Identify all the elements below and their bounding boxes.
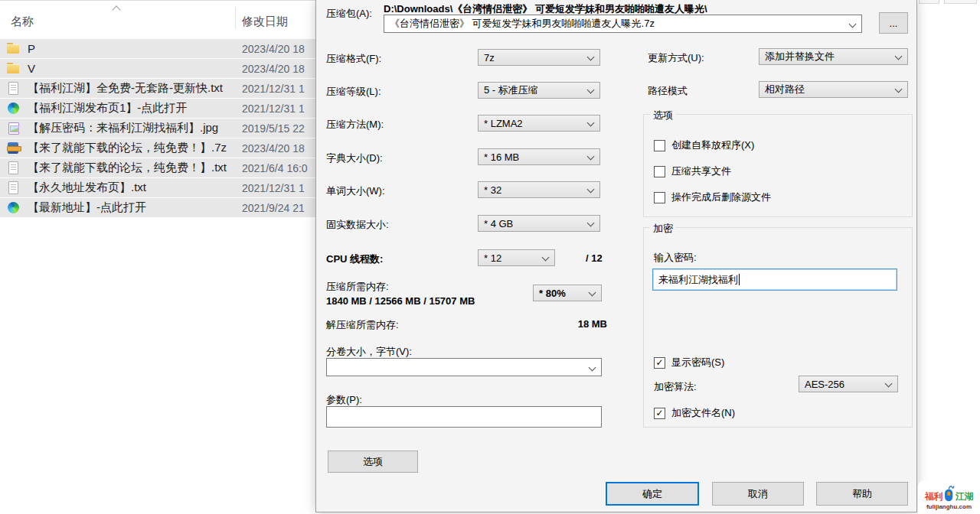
file-name: 【永久地址发布页】.txt — [28, 181, 146, 195]
edge-icon — [7, 102, 21, 115]
file-row[interactable]: 【永久地址发布页】.txt 2021/12/31 1 — [0, 178, 315, 197]
archive-name-value: 《台湾情侣泄密》 可爱短发学妹和男友啪啪啪遭友人曝光.7z — [390, 17, 655, 31]
file-row[interactable]: 【来了就能下载的论坛，纯免费！】.txt 2021/6/4 16:0 — [0, 158, 315, 177]
file-row[interactable]: P 2023/4/20 18 — [0, 39, 315, 58]
file-row[interactable]: V 2023/4/20 18 — [0, 59, 315, 78]
checkbox-checked[interactable]: ✓ — [654, 357, 665, 369]
threads-dropdown[interactable]: * 12 — [478, 249, 555, 266]
password-input[interactable]: 来福利江湖找福利 — [652, 268, 897, 291]
file-row[interactable]: 【来了就能下载的论坛，纯免费！】.7z 2023/4/20 18 — [0, 138, 315, 158]
encryption-method-label: 加密算法: — [654, 380, 697, 394]
update-mode-label: 更新方式(U): — [648, 51, 704, 65]
chevron-down-icon — [587, 119, 595, 127]
mouse-icon — [943, 483, 955, 503]
file-name: 【福利江湖】全免费-无套路-更新快.txt — [28, 81, 223, 96]
show-password-checkbox-label: 显示密码(S) — [671, 356, 724, 369]
memory-compress-detail: 1840 MB / 12566 MB / 15707 MB — [326, 295, 475, 307]
checkbox-checked[interactable]: ✓ — [654, 408, 665, 419]
chevron-down-icon — [587, 86, 595, 94]
archive-label: 压缩包(A): — [326, 7, 372, 21]
file-row[interactable]: 【解压密码：来福利江湖找福利】.jpg 2019/5/15 22 — [0, 119, 315, 138]
chevron-down-icon — [587, 54, 595, 61]
file-row[interactable]: 【福利江湖】全免费-无套路-更新快.txt 2021/12/31 1 — [0, 79, 315, 98]
format-dropdown[interactable]: 7z — [478, 49, 600, 66]
checkbox-unchecked[interactable] — [654, 140, 665, 151]
file-date: 2021/9/24 21 — [242, 202, 305, 214]
sort-ascending-icon — [112, 5, 120, 14]
sfx-checkbox-row[interactable]: 创建自释放程序(X) — [654, 138, 754, 152]
show-password-checkbox-row[interactable]: ✓ 显示密码(S) — [654, 356, 724, 369]
file-name: 【福利江湖发布页1】-点此打开 — [28, 101, 187, 115]
cancel-button[interactable]: 取消 — [712, 482, 804, 506]
file-name: P — [28, 42, 35, 55]
column-divider[interactable] — [235, 7, 236, 28]
encrypt-filenames-checkbox-label: 加密文件名(N) — [671, 406, 735, 420]
memory-decompress-label: 解压缩所需内存: — [326, 318, 399, 332]
delete-after-checkbox-label: 操作完成后删除源文件 — [671, 190, 771, 204]
sfx-checkbox-label: 创建自释放程序(X) — [671, 138, 754, 152]
file-date: 2021/6/4 16:0 — [242, 162, 308, 174]
word-size-label: 单词大小(W): — [326, 184, 385, 198]
ok-button[interactable]: 确定 — [606, 482, 699, 506]
file-date: 2021/12/31 1 — [242, 182, 305, 194]
threads-label: CPU 线程数: — [326, 252, 383, 266]
archive-name-combobox[interactable]: 《台湾情侣泄密》 可爱短发学妹和男友啪啪啪遭友人曝光.7z — [384, 15, 862, 33]
window-fragment — [944, 0, 977, 4]
checkbox-unchecked[interactable] — [654, 192, 665, 203]
update-mode-dropdown[interactable]: 添加并替换文件 — [759, 48, 908, 65]
memory-percent-dropdown[interactable]: * 80% — [533, 285, 602, 301]
path-mode-dropdown[interactable]: 相对路径 — [759, 81, 908, 98]
file-row[interactable]: 【最新地址】-点此打开 2021/9/24 21 — [0, 198, 315, 217]
solid-size-label: 固实数据大小: — [326, 218, 389, 232]
column-header-name[interactable]: 名称 — [11, 15, 34, 29]
file-date: 2019/5/15 22 — [242, 122, 305, 135]
memory-decompress-value: 18 MB — [577, 318, 607, 330]
file-explorer-window: 名称 修改日期 P 2023/4/20 18 V 2023/4/20 18 【福… — [0, 0, 315, 514]
solid-size-dropdown[interactable]: * 4 GB — [478, 215, 600, 232]
file-name: V — [28, 62, 35, 75]
shared-files-checkbox-row[interactable]: 压缩共享文件 — [654, 164, 731, 178]
method-dropdown[interactable]: * LZMA2 — [478, 115, 600, 132]
encrypt-filenames-checkbox-row[interactable]: ✓ 加密文件名(N) — [654, 406, 735, 420]
window-fragment — [919, 0, 939, 4]
dictionary-dropdown[interactable]: * 16 MB — [478, 148, 600, 165]
chevron-down-icon — [589, 289, 596, 297]
parameters-input[interactable] — [326, 406, 602, 428]
watermark-text-right: 江湖 — [956, 490, 973, 503]
help-button[interactable]: 帮助 — [816, 482, 908, 506]
password-value: 来福利江湖找福利 — [658, 273, 738, 287]
browse-button[interactable]: ... — [879, 12, 908, 34]
text-file-icon — [7, 181, 21, 194]
folder-icon — [7, 42, 21, 55]
text-cursor — [739, 274, 740, 285]
column-header-date[interactable]: 修改日期 — [242, 15, 288, 29]
path-mode-label: 路径模式 — [648, 84, 688, 98]
method-label: 压缩方法(M): — [326, 118, 384, 132]
chevron-down-icon — [885, 380, 893, 388]
file-date: 2023/4/20 18 — [242, 43, 305, 55]
file-date: 2021/12/31 1 — [242, 83, 305, 95]
shared-files-checkbox-label: 压缩共享文件 — [671, 164, 731, 178]
file-date: 2021/12/31 1 — [242, 102, 305, 115]
7z-file-icon — [7, 142, 21, 155]
7zip-add-archive-dialog: 压缩包(A): D:\Downloads\《台湾情侣泄密》 可爱短发学妹和男友啪… — [315, 0, 917, 512]
delete-after-checkbox-row[interactable]: 操作完成后删除源文件 — [654, 190, 771, 204]
chevron-down-icon — [589, 364, 596, 372]
options-button[interactable]: 选项 — [328, 451, 418, 473]
parameters-label: 参数(P): — [326, 393, 362, 407]
file-list: P 2023/4/20 18 V 2023/4/20 18 【福利江湖】全免费-… — [0, 39, 315, 218]
chevron-down-icon — [587, 153, 595, 161]
watermark-url: fulijianghu.com — [926, 503, 972, 511]
encryption-method-dropdown[interactable]: AES-256 — [799, 376, 898, 392]
file-name: 【来了就能下载的论坛，纯免费！】.7z — [28, 141, 227, 155]
file-row[interactable]: 【福利江湖发布页1】-点此打开 2021/12/31 1 — [0, 99, 315, 118]
level-label: 压缩等级(L): — [326, 85, 381, 99]
volume-size-label: 分卷大小，字节(V): — [326, 345, 412, 359]
checkbox-unchecked[interactable] — [654, 166, 665, 177]
watermark-text-left: 福利 — [925, 490, 942, 503]
volume-size-combobox[interactable] — [326, 358, 602, 376]
memory-compress-label: 压缩所需内存: — [326, 280, 389, 294]
word-size-dropdown[interactable]: * 32 — [478, 181, 600, 198]
password-label: 输入密码: — [654, 251, 697, 265]
level-dropdown[interactable]: 5 - 标准压缩 — [478, 82, 600, 99]
